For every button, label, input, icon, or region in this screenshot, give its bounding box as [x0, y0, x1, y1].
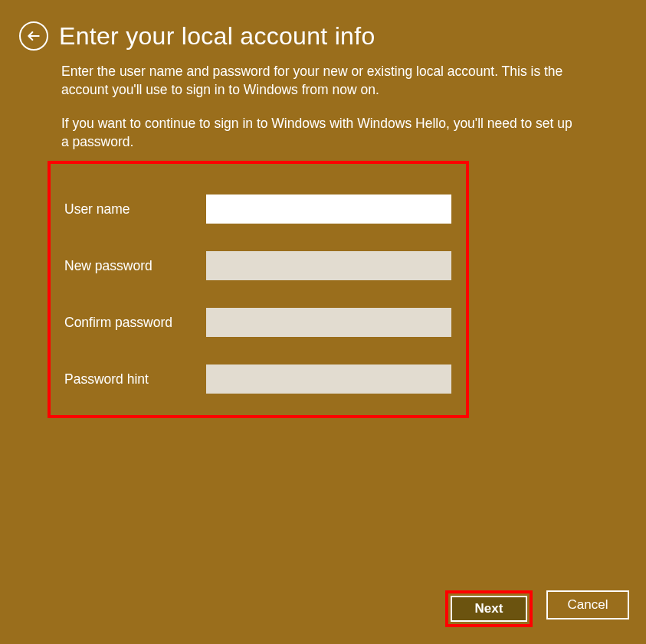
passwordhint-input[interactable]	[206, 364, 451, 394]
next-button[interactable]: Next	[451, 596, 527, 622]
form-row-newpassword: New password	[64, 251, 452, 280]
passwordhint-label: Password hint	[64, 371, 206, 387]
back-button[interactable]	[19, 21, 48, 51]
username-input[interactable]	[206, 195, 451, 224]
form-row-username: User name	[64, 195, 452, 224]
newpassword-label: New password	[64, 258, 206, 274]
form-row-confirmpassword: Confirm password	[64, 308, 452, 337]
form-row-passwordhint: Password hint	[64, 364, 452, 394]
next-button-highlight: Next	[445, 590, 533, 627]
username-label: User name	[64, 201, 206, 217]
description-paragraph-2: If you want to continue to sign in to Wi…	[61, 114, 582, 151]
description-paragraph-1: Enter the user name and password for you…	[61, 62, 582, 99]
form-area: User name New password Confirm password …	[48, 161, 469, 418]
arrow-left-icon	[26, 28, 41, 44]
footer-buttons: Next Cancel	[445, 590, 629, 627]
description-block: Enter the user name and password for you…	[0, 51, 605, 152]
newpassword-input[interactable]	[206, 251, 451, 280]
confirmpassword-input[interactable]	[206, 308, 451, 337]
confirmpassword-label: Confirm password	[64, 315, 206, 331]
cancel-button[interactable]: Cancel	[546, 590, 629, 619]
page-title: Enter your local account info	[59, 22, 375, 51]
